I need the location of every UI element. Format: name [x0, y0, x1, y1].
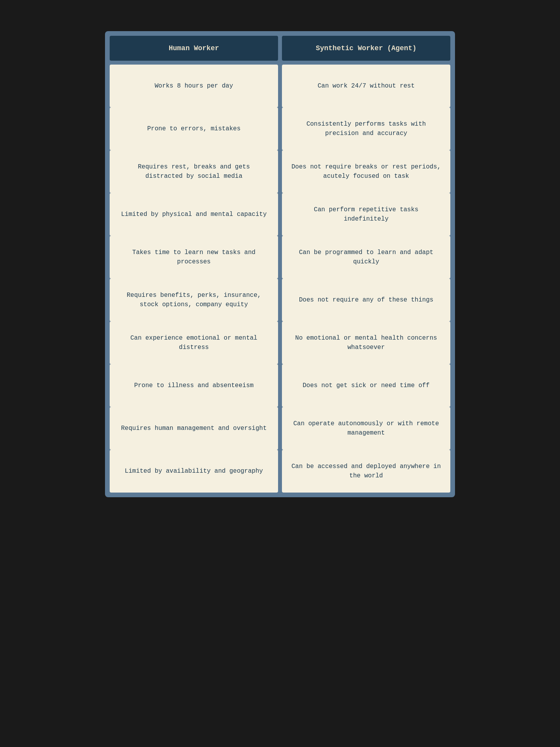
synthetic-cell-8: Can operate autonomously or with remote …: [282, 407, 450, 450]
synthetic-cell-4: Can be programmed to learn and adapt qui…: [282, 236, 450, 279]
human-cell-5: Requires benefits, perks, insurance, sto…: [110, 279, 278, 321]
human-cell-9: Limited by availability and geography: [110, 450, 278, 493]
human-cell-1: Prone to errors, mistakes: [110, 107, 278, 150]
comparison-table: Human Worker Synthetic Worker (Agent) Wo…: [105, 31, 455, 497]
synthetic-cell-0: Can work 24/7 without rest: [282, 65, 450, 107]
synthetic-cell-2: Does not require breaks or rest periods,…: [282, 150, 450, 193]
human-cell-6: Can experience emotional or mental distr…: [110, 321, 278, 364]
human-cell-3: Limited by physical and mental capacity: [110, 193, 278, 236]
synthetic-cell-6: No emotional or mental health concerns w…: [282, 321, 450, 364]
synthetic-cell-5: Does not require any of these things: [282, 279, 450, 321]
table-body: Works 8 hours per dayCan work 24/7 witho…: [110, 65, 450, 493]
human-cell-4: Takes time to learn new tasks and proces…: [110, 236, 278, 279]
human-worker-header: Human Worker: [110, 36, 278, 61]
synthetic-cell-9: Can be accessed and deployed anywhere in…: [282, 450, 450, 493]
human-cell-7: Prone to illness and absenteeism: [110, 364, 278, 407]
table-row: Requires benefits, perks, insurance, sto…: [110, 279, 450, 321]
table-row: Prone to errors, mistakesConsistently pe…: [110, 107, 450, 150]
table-row: Takes time to learn new tasks and proces…: [110, 236, 450, 279]
synthetic-cell-3: Can perform repetitive tasks indefinitel…: [282, 193, 450, 236]
table-row: Requires rest, breaks and gets distracte…: [110, 150, 450, 193]
synthetic-cell-1: Consistently performs tasks with precisi…: [282, 107, 450, 150]
table-row: Works 8 hours per dayCan work 24/7 witho…: [110, 65, 450, 107]
human-cell-8: Requires human management and oversight: [110, 407, 278, 450]
table-header-row: Human Worker Synthetic Worker (Agent): [110, 36, 450, 61]
table-row: Requires human management and oversightC…: [110, 407, 450, 450]
table-row: Prone to illness and absenteeismDoes not…: [110, 364, 450, 407]
synthetic-cell-7: Does not get sick or need time off: [282, 364, 450, 407]
table-row: Limited by availability and geographyCan…: [110, 450, 450, 493]
table-row: Limited by physical and mental capacityC…: [110, 193, 450, 236]
table-row: Can experience emotional or mental distr…: [110, 321, 450, 364]
human-cell-2: Requires rest, breaks and gets distracte…: [110, 150, 278, 193]
synthetic-worker-header: Synthetic Worker (Agent): [282, 36, 450, 61]
human-cell-0: Works 8 hours per day: [110, 65, 278, 107]
